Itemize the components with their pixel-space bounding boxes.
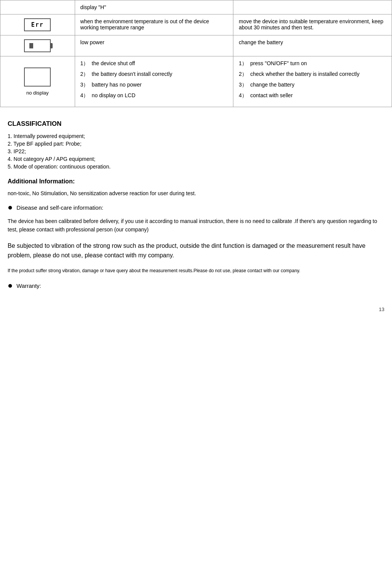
err-icon: Err — [24, 18, 51, 31]
disease-bullet-label: Disease and self-care information: — [16, 204, 103, 211]
icon-cell-battery — [0, 35, 75, 56]
bullet-dot-disease: ● — [8, 203, 13, 212]
cause-item-2: 2） the battery doesn't install correctly — [80, 71, 228, 78]
warranty-bullet-section: ● Warranty: — [8, 281, 384, 290]
table-row-no-display: no display 1） the device shut off 2） the… — [0, 56, 392, 107]
action-display-h — [233, 0, 392, 14]
action-num-2: 2） — [239, 71, 250, 78]
cause-no-display: 1） the device shut off 2） the battery do… — [75, 56, 233, 107]
disease-bullet-section: ● Disease and self-care information: — [8, 203, 384, 212]
action-item-1: 1） press "ON/OFF" turn on — [239, 60, 386, 67]
list-item: 2. Type BF applied part: Probe; — [8, 141, 384, 147]
no-display-label: no display — [6, 90, 69, 96]
icon-cell-display-h — [0, 0, 75, 14]
action-item-3: 3） change the battery — [239, 82, 386, 88]
cause-num-2: 2） — [80, 71, 92, 78]
classification-title: CLASSIFICATION — [8, 120, 384, 128]
cause-battery: low power — [75, 35, 233, 56]
table-row-battery: low power change the battery — [0, 35, 392, 56]
error-table: display "H" Err when the environment tem… — [0, 0, 392, 107]
table-row-display-h: display "H" — [0, 0, 392, 14]
cause-num-1: 1） — [80, 60, 92, 67]
action-text-1: press "ON/OFF" turn on — [250, 60, 386, 66]
icon-cell-no-display: no display — [0, 56, 75, 107]
bullet-dot-warranty: ● — [8, 281, 13, 290]
battery-action-text: change the battery — [239, 39, 283, 45]
classification-list: 1. Internally powered equipment; 2. Type… — [8, 133, 384, 170]
cause-display-h: display "H" — [75, 0, 233, 14]
cause-item-3: 3） battery has no power — [80, 82, 228, 88]
action-text-2: check whether the battery is installed c… — [250, 71, 386, 77]
action-text-3: change the battery — [250, 82, 386, 88]
display-h-cause-text: display "H" — [80, 4, 106, 10]
table-row-err: Err when the environment temperature is … — [0, 14, 392, 35]
action-no-display: 1） press "ON/OFF" turn on 2） check wheth… — [233, 56, 392, 107]
err-cause-text: when the environment temperature is out … — [80, 18, 209, 30]
vibration-paragraph: Be subjected to vibration of the strong … — [8, 241, 384, 260]
battery-icon — [24, 39, 51, 52]
list-item: 4. Not category AP / APG equipment; — [8, 156, 384, 162]
cause-num-4: 4） — [80, 92, 92, 99]
page-number: 13 — [0, 303, 392, 316]
battery-level-indicator — [29, 43, 33, 48]
additional-info-title: Additional Information: — [8, 178, 384, 185]
cause-text-3: battery has no power — [92, 82, 228, 88]
content-section: CLASSIFICATION 1. Internally powered equ… — [0, 116, 392, 303]
action-err: move the device into suitable temperatur… — [233, 14, 392, 35]
warranty-bullet-header: ● Warranty: — [8, 281, 384, 290]
action-item-2: 2） check whether the battery is installe… — [239, 71, 386, 78]
action-num-3: 3） — [239, 82, 250, 88]
err-action-text: move the device into suitable temperatur… — [239, 18, 383, 30]
action-num-1: 1） — [239, 60, 250, 67]
small-paragraph: If the product suffer strong vibration, … — [8, 267, 384, 274]
cause-err: when the environment temperature is out … — [75, 14, 233, 35]
cause-text-2: the battery doesn't install correctly — [92, 71, 228, 77]
cause-text-1: the device shut off — [92, 60, 228, 66]
action-battery: change the battery — [233, 35, 392, 56]
cause-num-3: 3） — [80, 82, 92, 88]
cause-item-1: 1） the device shut off — [80, 60, 228, 67]
non-toxic-text: non-toxic, No Stimulation, No sensitizat… — [8, 190, 384, 196]
disease-paragraph: The device has been calibrated before de… — [8, 217, 384, 234]
list-item: 1. Internally powered equipment; — [8, 133, 384, 139]
cause-item-4: 4） no display on LCD — [80, 92, 228, 99]
list-item: 3. IP22; — [8, 148, 384, 154]
action-num-4: 4） — [239, 92, 250, 99]
action-item-4: 4） contact with seller — [239, 92, 386, 99]
lcd-icon — [24, 67, 51, 87]
warranty-bullet-label: Warranty: — [16, 282, 41, 289]
icon-cell-err: Err — [0, 14, 75, 35]
cause-text-4: no display on LCD — [92, 92, 228, 98]
list-item: 5. Mode of operation: continuous operati… — [8, 164, 384, 170]
action-text-4: contact with seller — [250, 92, 386, 98]
battery-terminal — [51, 43, 53, 48]
battery-cause-text: low power — [80, 39, 104, 45]
disease-bullet-header: ● Disease and self-care information: — [8, 203, 384, 212]
